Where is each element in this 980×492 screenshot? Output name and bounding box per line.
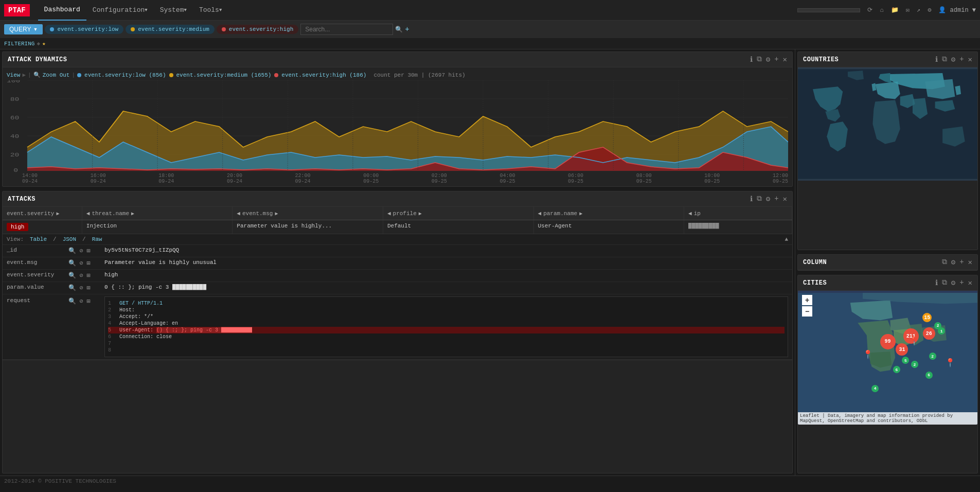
settings-icon-cities[interactable]: ⚙ bbox=[951, 278, 955, 287]
filter-action-param[interactable]: ⊘ bbox=[80, 285, 83, 292]
th-severity[interactable]: event.severity ▶ bbox=[3, 207, 82, 220]
copy-icon-cities[interactable]: ⧉ bbox=[942, 278, 947, 287]
cluster-2-3[interactable]: 2 bbox=[929, 353, 936, 360]
table-row[interactable]: high Injection Parameter value is highly… bbox=[3, 220, 792, 234]
grid-action-param[interactable]: ⊞ bbox=[86, 285, 90, 292]
th-threat[interactable]: ◀ threat.name ▶ bbox=[82, 207, 233, 220]
cluster-15[interactable]: 15 bbox=[922, 313, 932, 322]
marker-2[interactable]: 📍 bbox=[909, 336, 919, 346]
world-map[interactable] bbox=[798, 67, 977, 181]
marker-3[interactable]: 📍 bbox=[945, 358, 955, 368]
filter-action-sev[interactable]: ⊘ bbox=[80, 272, 83, 279]
home-icon[interactable]: ⌂ bbox=[880, 7, 883, 14]
view-table-link[interactable]: Table bbox=[30, 236, 47, 242]
th-param[interactable]: ◀ param.name ▶ bbox=[534, 207, 685, 220]
grid-action-sev[interactable]: ⊞ bbox=[86, 272, 90, 279]
info-icon-attacks[interactable]: ℹ bbox=[750, 195, 753, 203]
filter-search-input[interactable] bbox=[300, 24, 393, 35]
search-action-sev[interactable]: 🔍 bbox=[68, 272, 76, 279]
share-icon[interactable]: ↗ bbox=[917, 6, 920, 14]
cluster-99[interactable]: 99 bbox=[880, 334, 896, 349]
map-zoom-out[interactable]: − bbox=[802, 306, 812, 317]
copy-icon-attacks[interactable]: ⧉ bbox=[757, 195, 762, 203]
settings-icon-countries[interactable]: ⚙ bbox=[951, 55, 955, 64]
copy-icon-column[interactable]: ⧉ bbox=[942, 258, 947, 267]
close-icon-countries[interactable]: ✕ bbox=[968, 55, 972, 64]
th-profile[interactable]: ◀ profile ▶ bbox=[383, 207, 534, 220]
copy-icon-countries[interactable]: ⧉ bbox=[942, 55, 947, 64]
close-icon-cities[interactable]: ✕ bbox=[968, 278, 972, 287]
expand-icon[interactable]: + bbox=[774, 55, 778, 64]
settings-icon-attacks[interactable]: ⚙ bbox=[766, 195, 770, 203]
copy-icon[interactable]: ⧉ bbox=[757, 55, 762, 64]
gear-icon[interactable]: ⚙ bbox=[928, 6, 931, 14]
settings-icon[interactable]: ⚙ bbox=[766, 55, 770, 64]
filter-action-id[interactable]: ⊘ bbox=[80, 248, 83, 255]
cluster-1[interactable]: 1 bbox=[938, 327, 945, 335]
folder-icon[interactable]: 📁 bbox=[891, 6, 899, 14]
grid-action-req[interactable]: ⊞ bbox=[86, 298, 90, 305]
attacks-header: ATTACKS ℹ ⧉ ⚙ + ✕ bbox=[3, 191, 792, 207]
filter-high[interactable]: event.severity:high bbox=[217, 25, 298, 34]
search-bar[interactable] bbox=[797, 8, 860, 12]
grid-action-msg[interactable]: ⊞ bbox=[86, 260, 90, 267]
close-icon-attacks[interactable]: ✕ bbox=[783, 195, 787, 203]
close-icon-column[interactable]: ✕ bbox=[968, 258, 972, 267]
cluster-6-2[interactable]: 6 bbox=[925, 372, 933, 379]
mail-icon[interactable]: ✉ bbox=[906, 6, 910, 14]
search-action-param[interactable]: 🔍 bbox=[68, 285, 76, 292]
field-value-severity: high bbox=[100, 270, 792, 282]
settings-icon-column[interactable]: ⚙ bbox=[951, 258, 955, 267]
cluster-5[interactable]: 5 bbox=[902, 357, 909, 364]
nav-configuration[interactable]: Configuration ▼ bbox=[86, 0, 154, 21]
filter-action-msg[interactable]: ⊘ bbox=[80, 260, 83, 267]
nav-tools[interactable]: Tools ▼ bbox=[193, 0, 228, 21]
query-button[interactable]: QUERY ▼ bbox=[4, 24, 43, 34]
close-icon[interactable]: ✕ bbox=[783, 55, 787, 64]
cluster-6-1[interactable]: 6 bbox=[893, 366, 900, 373]
cluster-26[interactable]: 26 bbox=[923, 327, 935, 340]
search-action-id[interactable]: 🔍 bbox=[68, 248, 76, 255]
nav-system[interactable]: System ▼ bbox=[154, 0, 193, 21]
search-action-req[interactable]: 🔍 bbox=[68, 298, 76, 305]
expand-icon-countries[interactable]: + bbox=[959, 55, 964, 64]
th-msg[interactable]: ◀ event.msg ▶ bbox=[233, 207, 383, 220]
chevron-left-profile: ◀ bbox=[387, 210, 391, 217]
attack-dynamics-title: ATTACK DYNAMICS bbox=[8, 56, 67, 63]
cities-map[interactable]: + − 99 31 211 15 2 1 5 2 2 6 4 6 26 📍 📍 … bbox=[798, 291, 977, 425]
filter-medium[interactable]: event.severity:medium bbox=[126, 25, 215, 34]
collapse-icon[interactable]: ▲ bbox=[785, 236, 788, 242]
search-action-msg[interactable]: 🔍 bbox=[68, 260, 76, 267]
search-icon[interactable]: 🔍 bbox=[395, 26, 403, 33]
cluster-2-2[interactable]: 2 bbox=[911, 361, 918, 368]
info-icon-cities[interactable]: ℹ bbox=[935, 278, 938, 287]
view-json-link[interactable]: JSON bbox=[63, 236, 76, 242]
attacks-widget: ATTACKS ℹ ⧉ ⚙ + ✕ event.severity ▶ ◀ thr… bbox=[2, 191, 793, 473]
info-icon-countries[interactable]: ℹ bbox=[935, 55, 938, 64]
field-name-param: param.value bbox=[3, 282, 64, 294]
filter-action-req[interactable]: ⊘ bbox=[80, 298, 83, 305]
svg-text:40: 40 bbox=[10, 133, 20, 140]
filter-low[interactable]: event.severity:low bbox=[45, 25, 123, 34]
expand-icon-cities[interactable]: + bbox=[959, 278, 964, 287]
marker-1[interactable]: 📍 bbox=[863, 349, 873, 360]
cluster-4[interactable]: 4 bbox=[871, 385, 879, 392]
navbar: PTAF Dashboard Configuration ▼ System ▼ … bbox=[0, 0, 980, 21]
cluster-31[interactable]: 31 bbox=[896, 343, 908, 356]
expand-icon-attacks[interactable]: + bbox=[774, 195, 778, 203]
refresh-icon[interactable]: ⟳ bbox=[867, 6, 872, 14]
footer-text: 2012-2014 © POSITIVE TECHNOLOGIES bbox=[4, 478, 116, 484]
admin-menu[interactable]: 👤 admin ▼ bbox=[938, 6, 976, 14]
add-filter-icon[interactable]: + bbox=[405, 25, 409, 33]
th-ip[interactable]: ◀ ip bbox=[684, 207, 792, 220]
map-zoom-in[interactable]: + bbox=[802, 295, 812, 305]
brand-logo[interactable]: PTAF bbox=[4, 4, 30, 16]
code-line-8: 8 bbox=[108, 347, 785, 354]
expand-icon-column[interactable]: + bbox=[959, 258, 964, 267]
info-icon[interactable]: ℹ bbox=[750, 55, 753, 64]
view-raw-link[interactable]: Raw bbox=[92, 236, 102, 242]
filter-star: ★ bbox=[42, 40, 46, 47]
grid-action-id[interactable]: ⊞ bbox=[86, 248, 90, 255]
zoom-out-label[interactable]: Zoom Out bbox=[43, 72, 70, 78]
nav-dashboard[interactable]: Dashboard bbox=[38, 0, 86, 21]
